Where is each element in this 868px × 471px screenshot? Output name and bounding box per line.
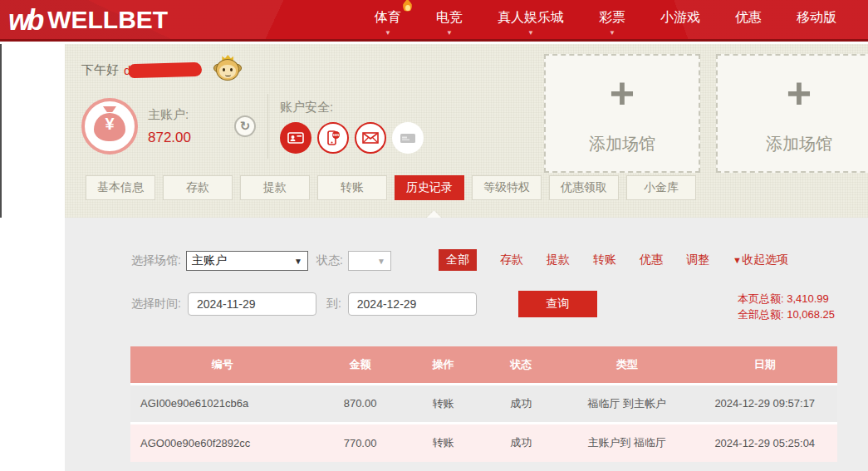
- tab-withdraw[interactable]: 提款: [240, 175, 310, 200]
- phone-sms-icon[interactable]: SMS: [317, 122, 349, 154]
- page-total: 本页总额: 3,410.99: [738, 291, 835, 307]
- totals-block: 本页总额: 3,410.99 全部总额: 10,068.25: [738, 291, 835, 322]
- nav-item-minigames[interactable]: 小游戏: [660, 2, 700, 37]
- col-header-amount: 金额: [314, 346, 406, 384]
- table-row[interactable]: AGO00e90e60f2892cc 770.00 转账 成功 主账户到 福临厅…: [130, 423, 837, 462]
- cell-operation: 转账: [406, 423, 480, 462]
- cell-type: 福临厅 到主帐户: [562, 384, 692, 423]
- chevron-down-icon: ▼: [377, 257, 385, 266]
- brand-logo-text: WELLBET: [47, 6, 168, 34]
- chevron-down-icon: ▼: [446, 29, 453, 37]
- status-select-label: 状态:: [316, 253, 343, 268]
- cell-id: AGI00e90e61021cb6a: [130, 384, 314, 423]
- col-header-status: 状态: [480, 346, 562, 384]
- all-total: 全部总额: 10,068.25: [738, 307, 835, 322]
- plus-icon: +: [610, 71, 635, 115]
- filter-link-all[interactable]: 全部: [439, 249, 477, 271]
- tab-history[interactable]: 历史记录: [395, 175, 464, 200]
- username-redaction: [129, 61, 202, 77]
- add-venue-button[interactable]: + 添加场馆: [544, 54, 700, 173]
- type-filter-links: 全部 存款 提款 转账 优惠 调整 ▼收起选项: [439, 249, 788, 271]
- account-security-block: 账户安全: SMS: [280, 100, 424, 154]
- nav-item-label: 小游戏: [660, 9, 700, 27]
- tab-basic-info[interactable]: 基本信息: [86, 175, 155, 200]
- date-to-input[interactable]: [348, 292, 477, 316]
- plus-icon: +: [787, 71, 812, 115]
- main-account-row: ¥ 主账户: 872.00 ↻ 账户安全: SMS: [81, 94, 424, 159]
- svg-text:SMS: SMS: [333, 134, 340, 137]
- refresh-balance-icon[interactable]: ↻: [234, 115, 256, 137]
- flame-hot-icon: [402, 0, 413, 12]
- query-button[interactable]: 查询: [518, 291, 597, 317]
- nav-item-sports[interactable]: 体育 ▼: [375, 2, 401, 37]
- status-select[interactable]: ▼: [348, 251, 391, 271]
- cell-operation: 转账: [406, 384, 480, 423]
- page: wb WELLBET 体育 ▼ 电竞 ▼ 真人娱乐城 ▼ 彩票 ▼ 小游戏: [0, 0, 868, 471]
- tab-vip-privileges[interactable]: 等级特权: [472, 175, 542, 200]
- top-navbar: wb WELLBET 体育 ▼ 电竞 ▼ 真人娱乐城 ▼ 彩票 ▼ 小游戏: [0, 0, 868, 42]
- nav-item-label: 体育: [375, 9, 401, 27]
- time-range-label: 选择时间:: [131, 297, 181, 312]
- tab-deposit[interactable]: 存款: [163, 175, 233, 200]
- cell-amount: 770.00: [314, 423, 406, 462]
- nav-item-label: 优惠: [735, 9, 762, 27]
- monkey-avatar: [213, 56, 242, 83]
- money-bag-icon: ¥: [81, 98, 138, 155]
- bank-card-icon[interactable]: [392, 122, 424, 154]
- add-venue-label: 添加场馆: [589, 133, 655, 155]
- email-icon[interactable]: [355, 122, 386, 154]
- tab-promo-claim[interactable]: 优惠领取: [549, 175, 619, 200]
- main-account-label: 主账户:: [148, 107, 191, 123]
- account-balance: 872.00: [148, 130, 191, 146]
- greeting-text: 下午好: [81, 62, 119, 78]
- filter-link-promo[interactable]: 优惠: [640, 253, 663, 267]
- account-panel: 下午好 d ¥ 主账户: 872.00 ↻ 账户安全:: [65, 44, 868, 218]
- col-header-operation: 操作: [406, 346, 480, 384]
- filter-link-deposit[interactable]: 存款: [500, 253, 523, 267]
- brand-logo-mark-icon: wb: [8, 2, 41, 37]
- account-tabs: 基本信息 存款 提款 转账 历史记录 等级特权 优惠领取 小金库: [86, 175, 696, 200]
- col-header-type: 类型: [562, 346, 692, 384]
- tab-transfer[interactable]: 转账: [317, 175, 387, 200]
- table-header-row: 编号 金额 操作 状态 类型 日期: [130, 346, 837, 384]
- nav-item-label: 彩票: [599, 9, 625, 27]
- nav-item-esports[interactable]: 电竞 ▼: [436, 2, 463, 37]
- nav-item-mobile[interactable]: 移动版: [797, 2, 836, 37]
- chevron-down-icon: ▼: [609, 29, 615, 37]
- cell-amount: 870.00: [314, 384, 406, 423]
- account-security-label: 账户安全:: [280, 100, 424, 115]
- col-header-date: 日期: [693, 346, 838, 384]
- nav-item-live-casino[interactable]: 真人娱乐城 ▼: [498, 2, 564, 37]
- table-row[interactable]: AGI00e90e61021cb6a 870.00 转账 成功 福临厅 到主帐户…: [130, 384, 837, 423]
- date-from-input[interactable]: [188, 292, 316, 316]
- venue-select-value: 主账户: [192, 253, 227, 268]
- cell-status: 成功: [480, 384, 562, 423]
- col-header-id: 编号: [130, 346, 314, 384]
- filter-link-transfer[interactable]: 转账: [593, 253, 616, 267]
- history-content: 选择场馆: 主账户 ▼ 状态: ▼ 全部 存款 提款 转账 优惠 调整 ▼收起选…: [65, 218, 868, 471]
- nav-item-promotions[interactable]: 优惠: [735, 2, 762, 37]
- greeting: 下午好 d: [81, 56, 242, 83]
- date-filter-row: 选择时间: 到: 查询: [131, 291, 597, 317]
- tab-vault[interactable]: 小金库: [626, 175, 696, 200]
- nav-item-lottery[interactable]: 彩票 ▼: [599, 2, 625, 37]
- to-label: 到:: [326, 297, 341, 312]
- filter-link-withdraw[interactable]: 提款: [547, 253, 570, 267]
- add-venue-button[interactable]: + 添加场馆: [716, 54, 868, 173]
- chevron-down-icon: ▼: [527, 29, 534, 37]
- nav-item-label: 真人娱乐城: [498, 9, 564, 27]
- brand-logo[interactable]: wb WELLBET: [8, 3, 168, 36]
- id-card-icon[interactable]: [280, 122, 311, 154]
- nav-menu: 体育 ▼ 电竞 ▼ 真人娱乐城 ▼ 彩票 ▼ 小游戏 优惠: [375, 2, 836, 37]
- cell-date: 2024-12-29 05:25:04: [693, 423, 838, 462]
- venue-select[interactable]: 主账户 ▼: [186, 251, 308, 271]
- cell-id: AGO00e90e60f2892cc: [130, 423, 314, 462]
- add-venue-label: 添加场馆: [766, 133, 832, 155]
- chevron-down-icon: ▼: [385, 29, 391, 37]
- venue-status-filter-row: 选择场馆: 主账户 ▼ 状态: ▼: [131, 251, 391, 271]
- venue-select-label: 选择场馆:: [131, 253, 181, 268]
- nav-item-label: 移动版: [797, 9, 836, 27]
- collapse-options-link[interactable]: ▼收起选项: [733, 253, 788, 267]
- filter-link-adjust[interactable]: 调整: [686, 253, 709, 267]
- cell-status: 成功: [480, 423, 562, 462]
